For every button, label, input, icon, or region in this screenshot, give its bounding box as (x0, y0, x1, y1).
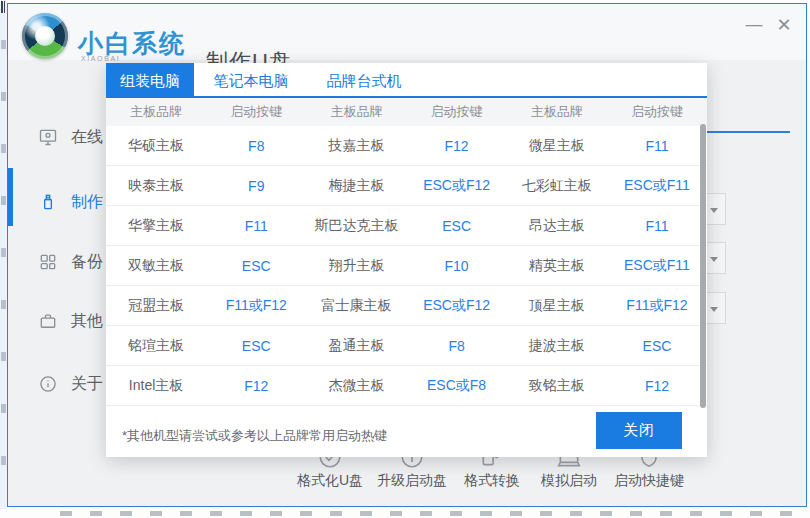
sidebar-item-other[interactable]: 其他 (38, 302, 114, 340)
background-window-glyph (0, 0, 6, 15)
brand-cell: 捷波主板 (507, 326, 607, 365)
column-header: 主板品牌 (507, 98, 607, 126)
boot-key-cell: F11或F12 (607, 286, 707, 325)
boot-key-cell: F8 (206, 126, 306, 165)
sidebar-item-about[interactable]: 关于 (38, 365, 114, 403)
sidebar-item-label: 其他 (71, 311, 103, 332)
boot-key-cell: F12 (607, 366, 707, 405)
boot-key-cell: F11或F12 (206, 286, 306, 325)
minimize-button[interactable]: — (742, 13, 766, 37)
tab-assembled-pc[interactable]: 组装电脑 (106, 63, 194, 98)
boot-key-cell: ESC或F11 (607, 166, 707, 205)
table-row: 双敏主板ESC翔升主板F10精英主板ESC或F11 (106, 246, 707, 286)
dialog-close-button[interactable]: 关闭 (596, 412, 682, 449)
boot-key-cell: ESC或F8 (407, 366, 507, 405)
brand-cell: Intel主板 (106, 366, 206, 405)
boot-key-cell: F10 (407, 246, 507, 285)
brand-cell: 翔升主板 (306, 246, 406, 285)
brand-cell: 双敏主板 (106, 246, 206, 285)
boot-key-cell: F12 (407, 126, 507, 165)
boot-key-cell: ESC或F11 (607, 246, 707, 285)
boot-key-cell: F12 (206, 366, 306, 405)
table-row: 华擎主板F11斯巴达克主板ESC昂达主板F11 (106, 206, 707, 246)
brand-cell: 技嘉主板 (306, 126, 406, 165)
table-row: 冠盟主板F11或F12富士康主板ESC或F12顶星主板F11或F12 (106, 286, 707, 326)
dialog-tab-bar: 组装电脑 笔记本电脑 品牌台式机 (106, 63, 707, 98)
close-window-button[interactable]: ✕ (772, 13, 796, 37)
column-header: 启动按键 (206, 98, 306, 126)
toolbar-item-label: 启动快捷键 (601, 472, 697, 490)
sidebar-active-indicator (8, 168, 13, 226)
table-row: Intel主板F12杰微主板ESC或F8致铭主板F12 (106, 366, 707, 406)
boot-key-cell: ESC或F12 (407, 166, 507, 205)
column-header: 主板品牌 (306, 98, 406, 126)
table-row: 映泰主板F9梅捷主板ESC或F12七彩虹主板ESC或F11 (106, 166, 707, 206)
xiaobai-logo-icon (22, 13, 68, 59)
brand-cell: 华擎主板 (106, 206, 206, 245)
boot-key-cell: F11 (607, 206, 707, 245)
background-window-text-artifacts-bottom (60, 511, 810, 516)
brand-cell: 映泰主板 (106, 166, 206, 205)
grid-icon (38, 252, 58, 272)
monitor-icon (38, 127, 58, 147)
app-window: 小白系统 XIAOBAI 制作U盘 — ✕ 在线 制作 (7, 3, 807, 507)
sidebar-item-make-usb[interactable]: 制作 (38, 183, 114, 221)
brand-cell: 精英主板 (507, 246, 607, 285)
sidebar-item-backup-restore[interactable]: 备份 (38, 243, 114, 281)
table-body: 华硕主板F8技嘉主板F12微星主板F11映泰主板F9梅捷主板ESC或F12七彩虹… (106, 126, 707, 406)
boot-key-cell: ESC (206, 326, 306, 365)
scrollbar-thumb[interactable] (700, 124, 706, 408)
brand-cell: 梅捷主板 (306, 166, 406, 205)
brand-cell: 华硕主板 (106, 126, 206, 165)
sidebar-item-label: 关于 (71, 374, 103, 395)
tab-brand-desktop[interactable]: 品牌台式机 (308, 63, 420, 98)
boot-key-cell: ESC (607, 326, 707, 365)
boot-key-cell: F9 (206, 166, 306, 205)
boot-key-cell: F11 (206, 206, 306, 245)
boot-key-cell: ESC (407, 206, 507, 245)
brand-cell: 七彩虹主板 (507, 166, 607, 205)
sidebar-item-label: 在线 (71, 127, 103, 148)
column-header: 主板品牌 (106, 98, 206, 126)
brand-cell: 盈通主板 (306, 326, 406, 365)
brand-cell: 微星主板 (507, 126, 607, 165)
sidebar-item-online-reinstall[interactable]: 在线 (38, 118, 114, 156)
table-header-row: 主板品牌启动按键主板品牌启动按键主板品牌启动按键 (106, 98, 707, 126)
boot-key-cell: F11 (607, 126, 707, 165)
dialog-footer-note: *其他机型请尝试或参考以上品牌常用启动热键 (122, 427, 387, 445)
brand-subtitle: XIAOBAI (81, 55, 120, 62)
tab-laptop[interactable]: 笔记本电脑 (194, 63, 308, 98)
background-window-text-artifacts (1, 40, 6, 500)
table-row: 铭瑄主板ESC盈通主板F8捷波主板ESC (106, 326, 707, 366)
sidebar-item-label: 制作 (71, 192, 103, 213)
brand-cell: 冠盟主板 (106, 286, 206, 325)
sidebar-item-label: 备份 (71, 252, 103, 273)
column-header: 启动按键 (607, 98, 707, 126)
brand-cell: 昂达主板 (507, 206, 607, 245)
boot-key-cell: F8 (407, 326, 507, 365)
brand-cell: 顶星主板 (507, 286, 607, 325)
column-header: 启动按键 (407, 98, 507, 126)
titlebar: 小白系统 XIAOBAI 制作U盘 — ✕ (8, 4, 806, 60)
brand-cell: 富士康主板 (306, 286, 406, 325)
brand-cell: 致铭主板 (507, 366, 607, 405)
boot-key-cell: ESC (206, 246, 306, 285)
section-underline (706, 131, 790, 133)
usb-icon (38, 192, 58, 212)
boot-key-cell: ESC或F12 (407, 286, 507, 325)
briefcase-icon (38, 311, 58, 331)
boot-hotkey-dialog: 组装电脑 笔记本电脑 品牌台式机 主板品牌启动按键主板品牌启动按键主板品牌启动按… (106, 63, 707, 457)
table-row: 华硕主板F8技嘉主板F12微星主板F11 (106, 126, 707, 166)
brand-cell: 杰微主板 (306, 366, 406, 405)
brand-cell: 斯巴达克主板 (306, 206, 406, 245)
brand-cell: 铭瑄主板 (106, 326, 206, 365)
info-icon (38, 374, 58, 394)
